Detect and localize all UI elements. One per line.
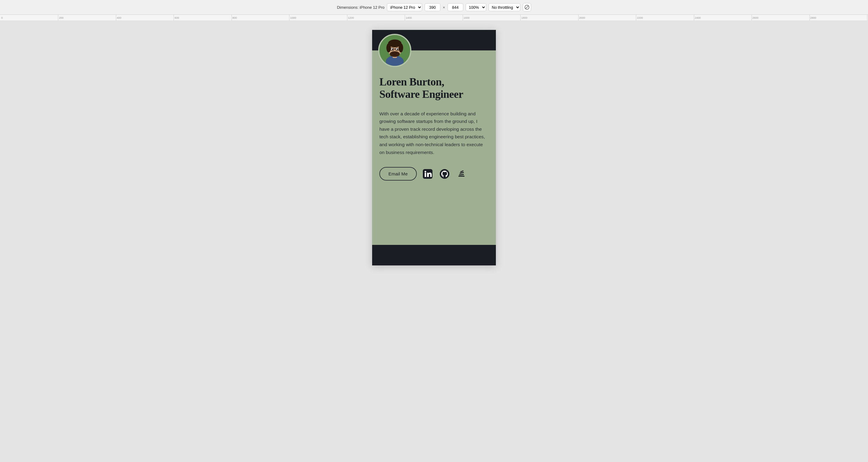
avatar-image bbox=[379, 35, 410, 66]
ruler-seg: 2400 bbox=[694, 15, 752, 21]
svg-point-7 bbox=[386, 44, 391, 53]
ruler-seg: 200 bbox=[58, 15, 116, 21]
ruler-seg: 2000 bbox=[579, 15, 636, 21]
device-selector[interactable]: iPhone 12 Pro iPhone SE Pixel 5 bbox=[387, 3, 422, 11]
avatar bbox=[378, 34, 411, 67]
ruler-seg: 2200 bbox=[636, 15, 694, 21]
linkedin-icon bbox=[423, 169, 433, 179]
svg-rect-21 bbox=[459, 176, 464, 177]
ruler-seg: 1600 bbox=[463, 15, 521, 21]
hero-name: Loren Burton, Software Engineer bbox=[379, 76, 489, 101]
svg-rect-23 bbox=[460, 172, 464, 174]
mobile-preview-frame: Loren Burton, Software Engineer With ove… bbox=[372, 30, 496, 265]
devtools-toolbar: Dimensions: iPhone 12 Pro iPhone 12 Pro … bbox=[0, 0, 868, 15]
site-content: Loren Burton, Software Engineer With ove… bbox=[372, 51, 496, 245]
no-throttle-icon-btn[interactable] bbox=[523, 3, 531, 11]
throttle-selector[interactable]: No throttling Slow 3G Fast 3G bbox=[489, 3, 520, 11]
ruler-seg: 800 bbox=[232, 15, 289, 21]
ruler-seg: 1800 bbox=[521, 15, 578, 21]
svg-point-12 bbox=[392, 49, 393, 50]
github-icon bbox=[440, 169, 450, 179]
zoom-selector[interactable]: 100% 75% 50% bbox=[466, 3, 486, 11]
ruler-seg: 2800 bbox=[810, 15, 867, 21]
email-me-button[interactable]: Email Me bbox=[379, 167, 417, 180]
stackoverflow-button[interactable] bbox=[456, 168, 467, 180]
ruler-seg: 1200 bbox=[347, 15, 405, 21]
device-label: Dimensions: iPhone 12 Pro bbox=[337, 5, 384, 10]
stackoverflow-icon bbox=[457, 169, 466, 179]
height-input[interactable] bbox=[447, 3, 463, 11]
svg-rect-22 bbox=[459, 174, 464, 175]
svg-rect-18 bbox=[425, 173, 426, 177]
svg-point-13 bbox=[397, 49, 398, 50]
svg-point-8 bbox=[399, 44, 403, 53]
linkedin-button[interactable] bbox=[422, 168, 434, 180]
site-footer bbox=[372, 245, 496, 265]
canvas-area: Loren Burton, Software Engineer With ove… bbox=[0, 21, 868, 462]
svg-rect-24 bbox=[460, 170, 464, 172]
ruler-seg: 1000 bbox=[289, 15, 347, 21]
width-input[interactable] bbox=[425, 3, 440, 11]
ruler-seg: 600 bbox=[174, 15, 231, 21]
ruler-seg: 1400 bbox=[405, 15, 463, 21]
hero-bio: With over a decade of experience buildin… bbox=[379, 110, 489, 156]
ruler-seg: 0 bbox=[1, 15, 58, 21]
ruler-bar: 0 200 400 600 800 1000 1200 1400 1600 18… bbox=[0, 15, 868, 21]
avatar-container bbox=[378, 34, 411, 67]
ruler-seg: 400 bbox=[116, 15, 174, 21]
svg-point-19 bbox=[425, 171, 427, 172]
site-header bbox=[372, 30, 496, 51]
svg-line-1 bbox=[525, 6, 528, 9]
svg-point-20 bbox=[440, 169, 450, 179]
ruler-seg: 2600 bbox=[752, 15, 809, 21]
github-button[interactable] bbox=[438, 168, 451, 180]
dimension-separator: × bbox=[443, 5, 445, 10]
slash-circle-icon bbox=[525, 5, 529, 10]
cta-row: Email Me bbox=[379, 167, 489, 180]
